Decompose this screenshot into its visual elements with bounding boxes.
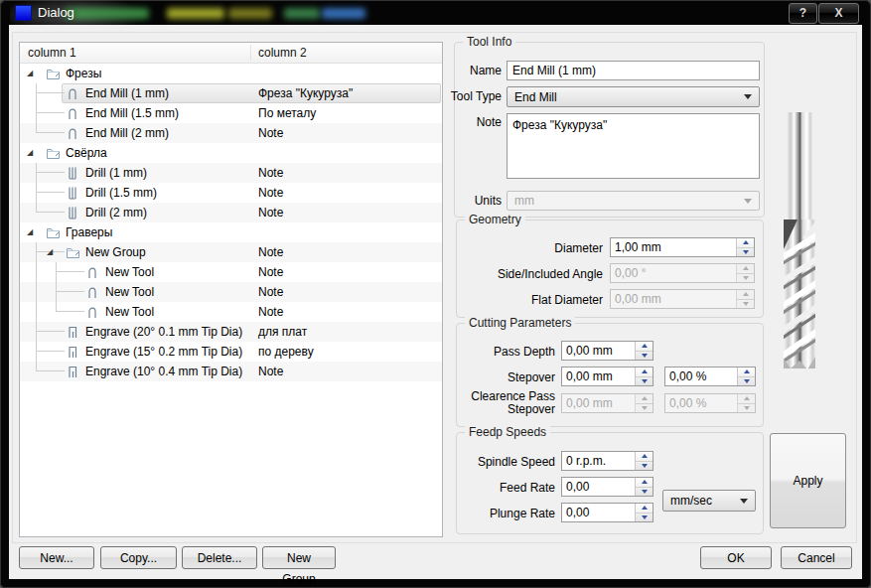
- tree-item-note[interactable]: Note: [258, 285, 283, 299]
- client-area: column 1 column 2 ◢ФрезыEnd Mill (1 mm)Ф…: [9, 25, 862, 579]
- spindle-speed-spinbox[interactable]: 0 r.p.m.: [561, 451, 653, 471]
- tree-item-label[interactable]: Engrave (15° 0.2 mm Tip Dia): [85, 345, 242, 359]
- plunge-rate-spinbox[interactable]: 0,00: [561, 503, 653, 522]
- expand-arrow-icon[interactable]: ◢: [27, 69, 33, 78]
- tree-item-label[interactable]: Фрезы: [66, 67, 101, 80]
- note-textarea[interactable]: Фреза "Кукуруза": [507, 113, 760, 179]
- tree-item-note[interactable]: По металу: [258, 106, 316, 120]
- feed-rate-value: 0,00: [562, 478, 635, 496]
- tree-col1-header[interactable]: column 1: [28, 46, 76, 60]
- clearance-pass-percent-spinbox[interactable]: 0,00 %: [664, 393, 756, 413]
- spinner-buttons[interactable]: [736, 238, 754, 256]
- name-input[interactable]: [507, 61, 760, 80]
- tree-header-divider[interactable]: [250, 45, 251, 61]
- tree-row[interactable]: New ToolNote: [20, 282, 442, 302]
- tree-row[interactable]: ◢New GroupNote: [20, 242, 442, 262]
- close-button[interactable]: X: [818, 3, 859, 24]
- tree-item-label[interactable]: Drill (1.5 mm): [85, 186, 157, 200]
- tree-item-label[interactable]: End Mill (1 mm): [85, 86, 169, 100]
- tree-item-label[interactable]: Engrave (10° 0.4 mm Tip Dia): [85, 365, 242, 378]
- new-button[interactable]: New...: [19, 546, 94, 569]
- tree-item-note[interactable]: Note: [258, 186, 283, 200]
- tree-item-note[interactable]: для плат: [258, 325, 307, 339]
- tree-row[interactable]: Engrave (20° 0.1 mm Tip Dia)для плат: [20, 322, 442, 342]
- tree-item-label[interactable]: Engrave (20° 0.1 mm Tip Dia): [85, 325, 242, 339]
- tool-type-select[interactable]: End Mill: [507, 86, 760, 107]
- titlebar[interactable]: Dialog ? X: [0, 0, 871, 25]
- tree-item-note[interactable]: Note: [258, 245, 283, 259]
- tree-item-label[interactable]: New Group: [85, 245, 146, 259]
- tree-row[interactable]: New ToolNote: [20, 262, 442, 282]
- diameter-spinbox[interactable]: 1,00 mm: [610, 237, 755, 257]
- spinner-buttons[interactable]: [737, 368, 755, 385]
- drill-icon: [66, 206, 79, 222]
- help-button[interactable]: ?: [789, 3, 817, 24]
- clearance-pass-mm-spinbox[interactable]: 0,00 mm: [561, 393, 653, 413]
- spinner-buttons[interactable]: [635, 504, 653, 521]
- tree-branch-line: [36, 103, 37, 123]
- diameter-label: Diameter: [466, 241, 603, 255]
- tree-branch-line: [37, 370, 65, 371]
- tree-row[interactable]: End Mill (1.5 mm)По металу: [20, 103, 442, 123]
- cancel-button[interactable]: Cancel: [781, 546, 852, 569]
- feed-units-select[interactable]: mm/sec: [662, 490, 756, 512]
- tree-row[interactable]: Engrave (15° 0.2 mm Tip Dia)по дереву: [20, 342, 442, 362]
- tree-row[interactable]: Drill (1 mm)Note: [20, 163, 442, 183]
- tree-row[interactable]: New ToolNote: [20, 302, 442, 322]
- tree-row[interactable]: End Mill (1 mm)Фреза "Кукуруза": [20, 83, 442, 103]
- tree-item-note[interactable]: по дереву: [258, 345, 314, 359]
- feed-rate-spinbox[interactable]: 0,00: [561, 477, 653, 497]
- spindle-speed-label: Spindle Speed: [464, 455, 555, 469]
- ok-button[interactable]: OK: [700, 546, 772, 569]
- delete-button[interactable]: Delete...: [182, 546, 257, 569]
- tree-col2-header[interactable]: column 2: [258, 46, 307, 60]
- apply-button[interactable]: Apply: [770, 433, 846, 528]
- tree-item-label[interactable]: End Mill (1.5 mm): [85, 106, 179, 120]
- tree-item-note[interactable]: Note: [258, 166, 283, 180]
- tree-item-label[interactable]: New Tool: [105, 265, 154, 279]
- side-angle-spinbox[interactable]: 0,00 °: [610, 263, 755, 283]
- chevron-down-icon: [744, 199, 752, 204]
- plunge-rate-label: Plunge Rate: [464, 507, 555, 520]
- tool-tree[interactable]: column 1 column 2 ◢ФрезыEnd Mill (1 mm)Ф…: [19, 42, 443, 537]
- tree-row[interactable]: ◢Свёрла: [20, 143, 442, 163]
- copy-button[interactable]: Copy...: [100, 546, 177, 569]
- tree-branch-line: [36, 83, 37, 103]
- tree-item-note[interactable]: Note: [258, 126, 283, 140]
- spinner-buttons[interactable]: [635, 342, 653, 360]
- tree-row[interactable]: ◢Граверы: [20, 222, 442, 242]
- tree-row[interactable]: Drill (1.5 mm)Note: [20, 183, 442, 203]
- tree-item-label[interactable]: New Tool: [105, 285, 154, 299]
- tree-item-label[interactable]: Drill (1 mm): [85, 166, 147, 180]
- tree-item-label[interactable]: Свёрла: [66, 146, 107, 160]
- stepover-mm-spinbox[interactable]: 0,00 mm: [561, 367, 653, 386]
- expand-arrow-icon[interactable]: ◢: [47, 247, 53, 257]
- units-select[interactable]: mm: [507, 191, 760, 211]
- tree-item-note[interactable]: Note: [258, 265, 283, 279]
- pass-depth-label: Pass Depth: [464, 345, 555, 359]
- expand-arrow-icon[interactable]: ◢: [27, 148, 33, 158]
- tree-item-label[interactable]: Drill (2 mm): [85, 206, 147, 220]
- group-icon: [46, 225, 61, 242]
- tree-item-label[interactable]: Граверы: [66, 225, 112, 239]
- tree-row[interactable]: End Mill (2 mm)Note: [20, 123, 442, 143]
- tree-item-note[interactable]: Фреза "Кукуруза": [258, 86, 353, 100]
- tree-row[interactable]: ◢Фрезы: [20, 64, 442, 83]
- tree-header[interactable]: column 1 column 2: [20, 43, 442, 64]
- spinner-buttons[interactable]: [635, 478, 653, 496]
- pass-depth-spinbox[interactable]: 0,00 mm: [561, 341, 653, 361]
- spinner-buttons[interactable]: [635, 452, 653, 470]
- tree-item-note[interactable]: Note: [258, 206, 283, 220]
- spinner-buttons[interactable]: [635, 368, 653, 385]
- new-group-button[interactable]: New Group: [262, 546, 336, 569]
- tree-item-note[interactable]: Note: [258, 365, 283, 378]
- tree-item-label[interactable]: New Tool: [105, 305, 154, 319]
- tree-row[interactable]: Engrave (10° 0.4 mm Tip Dia)Note: [20, 362, 442, 381]
- stepover-percent-spinbox[interactable]: 0,00 %: [664, 367, 756, 386]
- group-icon: [46, 146, 61, 163]
- expand-arrow-icon[interactable]: ◢: [27, 227, 33, 237]
- tree-row[interactable]: Drill (2 mm)Note: [20, 203, 442, 222]
- flat-diameter-spinbox[interactable]: 0,00 mm: [610, 289, 755, 309]
- tree-item-label[interactable]: End Mill (2 mm): [85, 126, 169, 140]
- tree-item-note[interactable]: Note: [258, 305, 283, 319]
